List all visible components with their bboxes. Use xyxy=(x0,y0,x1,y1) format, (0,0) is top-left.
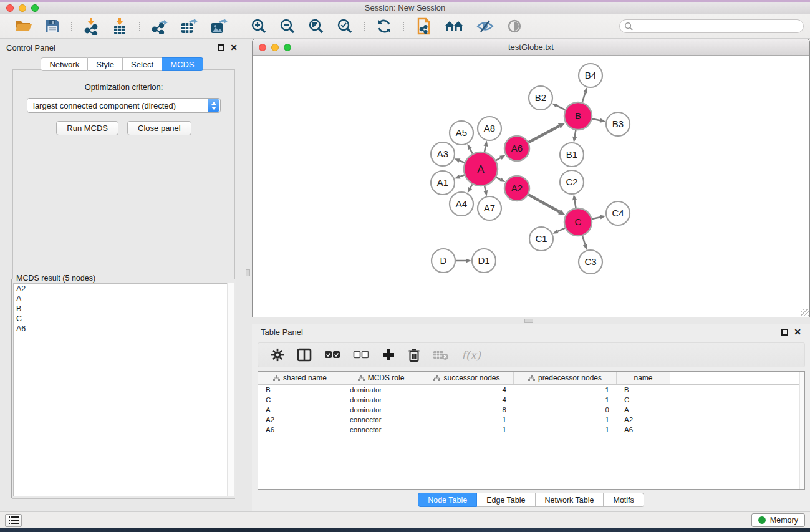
tab-node-table[interactable]: Node Table xyxy=(418,493,477,507)
export-network-button[interactable] xyxy=(147,17,171,36)
table-cell[interactable]: 0 xyxy=(514,406,617,414)
network-node-C3[interactable]: C3 xyxy=(579,250,602,274)
network-node-A5[interactable]: A5 xyxy=(450,121,473,145)
table-cell[interactable]: connector xyxy=(342,426,420,433)
table-row[interactable]: A6connector11A6 xyxy=(258,425,804,435)
float-panel-button[interactable] xyxy=(218,44,224,51)
resize-grip-icon[interactable] xyxy=(801,309,809,316)
float-table-panel-button[interactable] xyxy=(781,329,788,336)
table-cell[interactable]: connector xyxy=(342,416,420,423)
network-node-B3[interactable]: B3 xyxy=(606,112,630,136)
table-cell[interactable]: C xyxy=(617,396,670,404)
network-node-B1[interactable]: B1 xyxy=(560,143,584,167)
network-node-B2[interactable]: B2 xyxy=(529,86,552,110)
tab-edge-table[interactable]: Edge Table xyxy=(477,493,535,507)
network-node-A7[interactable]: A7 xyxy=(478,196,501,220)
result-item[interactable]: C xyxy=(14,314,234,324)
memory-button[interactable]: Memory xyxy=(751,513,805,527)
table-cell[interactable]: A2 xyxy=(617,416,670,423)
delete-column-button[interactable] xyxy=(403,346,425,364)
import-network-button[interactable] xyxy=(79,17,103,36)
import-table-button[interactable] xyxy=(108,17,132,36)
search-field[interactable] xyxy=(619,19,804,33)
hide-graphics-button[interactable] xyxy=(503,17,526,35)
network-node-C[interactable]: C xyxy=(564,208,592,236)
table-cell[interactable]: 1 xyxy=(514,416,617,423)
network-node-A3[interactable]: A3 xyxy=(431,142,455,166)
function-builder-button[interactable]: f(x) xyxy=(456,347,486,364)
table-scrollbar[interactable] xyxy=(799,372,804,489)
table-cell[interactable]: 1 xyxy=(420,416,514,423)
table-cell[interactable]: 1 xyxy=(514,396,617,404)
column-header-predecessor-nodes[interactable]: predecessor nodes xyxy=(514,372,617,384)
network-node-C2[interactable]: C2 xyxy=(560,170,584,194)
column-header-shared-name[interactable]: shared name xyxy=(258,372,342,384)
table-cell[interactable]: 1 xyxy=(514,386,617,394)
vertical-splitter[interactable] xyxy=(244,39,252,511)
network-node-A2[interactable]: A2 xyxy=(504,176,529,201)
table-cell[interactable]: dominator xyxy=(342,386,420,394)
show-column-button[interactable] xyxy=(292,346,317,364)
table-cell[interactable]: C xyxy=(258,396,342,404)
tab-network-table[interactable]: Network Table xyxy=(536,493,604,507)
export-table-button[interactable] xyxy=(176,17,201,36)
network-node-A8[interactable]: A8 xyxy=(478,117,501,140)
export-image-button[interactable] xyxy=(206,17,231,36)
task-history-button[interactable] xyxy=(5,514,22,527)
table-cell[interactable]: A xyxy=(617,406,670,414)
network-node-C4[interactable]: C4 xyxy=(606,201,630,225)
table-cell[interactable]: B xyxy=(258,386,342,394)
zoom-in-button[interactable] xyxy=(247,17,271,36)
network-node-A1[interactable]: A1 xyxy=(431,171,455,195)
table-row[interactable]: Bdominator41B xyxy=(258,385,804,395)
close-panel-button-2[interactable]: Close panel xyxy=(127,121,191,135)
table-row[interactable]: Adominator80A xyxy=(258,405,804,415)
zoom-selected-button[interactable] xyxy=(333,17,357,36)
column-header-MCDS-role[interactable]: MCDS role xyxy=(342,372,420,384)
network-node-A[interactable]: A xyxy=(464,152,498,186)
result-item[interactable]: B xyxy=(14,304,234,314)
criterion-select[interactable]: largest connected component (directed) xyxy=(27,98,221,113)
network-node-D1[interactable]: D1 xyxy=(472,249,496,273)
table-cell[interactable]: 4 xyxy=(420,386,514,394)
run-mcds-button[interactable]: Run MCDS xyxy=(56,121,118,135)
zoom-out-button[interactable] xyxy=(276,17,299,36)
network-node-A6[interactable]: A6 xyxy=(504,136,529,161)
table-cell[interactable]: dominator xyxy=(342,396,420,404)
open-file-button[interactable] xyxy=(11,17,36,35)
show-graphics-details-button[interactable] xyxy=(473,17,498,35)
tab-select[interactable]: Select xyxy=(123,57,162,71)
duplicate-network-button[interactable] xyxy=(412,16,435,36)
table-row[interactable]: Cdominator41C xyxy=(258,395,804,405)
table-cell[interactable]: A6 xyxy=(258,426,342,433)
search-input[interactable] xyxy=(634,22,803,31)
result-scrollbar[interactable] xyxy=(227,283,234,496)
tab-motifs[interactable]: Motifs xyxy=(604,493,644,507)
table-cell[interactable]: B xyxy=(617,386,670,394)
tab-mcds[interactable]: MCDS xyxy=(162,57,203,71)
network-canvas[interactable]: B4B2BB3B1A5A8A6A3AA1A2A4A7C2CC4C1C3DD1 xyxy=(253,56,809,317)
result-item[interactable]: A2 xyxy=(14,284,234,294)
tab-style[interactable]: Style xyxy=(88,57,123,71)
refresh-button[interactable] xyxy=(372,17,396,36)
home-layout-button[interactable] xyxy=(440,17,468,35)
unselect-all-columns-button[interactable] xyxy=(348,349,374,361)
table-cell[interactable]: A2 xyxy=(258,416,342,423)
zoom-fit-button[interactable] xyxy=(304,17,328,36)
table-cell[interactable]: dominator xyxy=(342,406,420,414)
network-node-B4[interactable]: B4 xyxy=(579,64,602,87)
save-session-button[interactable] xyxy=(41,17,64,35)
create-column-button[interactable] xyxy=(377,346,400,364)
network-node-A4[interactable]: A4 xyxy=(450,192,473,216)
delete-table-button[interactable] xyxy=(428,347,454,362)
table-row[interactable]: A2connector11A2 xyxy=(258,415,804,425)
table-cell[interactable]: A6 xyxy=(617,426,670,433)
tab-network[interactable]: Network xyxy=(41,57,88,71)
table-cell[interactable]: 1 xyxy=(420,426,514,433)
close-panel-button[interactable]: ✕ xyxy=(230,44,238,51)
table-cell[interactable]: 1 xyxy=(514,426,617,433)
network-node-D[interactable]: D xyxy=(432,249,455,273)
splitter-handle[interactable] xyxy=(246,269,250,276)
close-table-panel-button[interactable]: ✕ xyxy=(794,329,801,336)
network-node-B[interactable]: B xyxy=(564,102,592,130)
